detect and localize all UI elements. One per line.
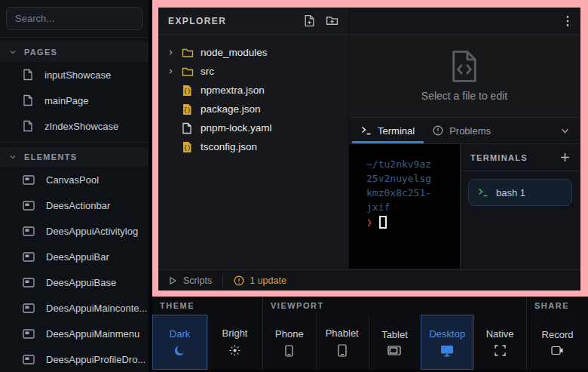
viewport-phone-button[interactable]: Phone bbox=[263, 315, 316, 370]
sidebar-item-label: zIndexShowcase bbox=[44, 121, 118, 132]
button-label: Bright bbox=[222, 327, 248, 339]
element-icon bbox=[23, 252, 35, 262]
viewport-native-button[interactable]: Native bbox=[473, 315, 526, 370]
properties-toolbar: THEME Dark Bright VIEWPORT Phone bbox=[152, 297, 588, 370]
file-icon bbox=[182, 122, 192, 134]
tree-item-npmextra-json[interactable]: {) npmextra.json bbox=[158, 81, 348, 100]
button-label: Desktop bbox=[429, 328, 465, 340]
svg-text:{): {) bbox=[183, 106, 191, 113]
element-icon bbox=[23, 303, 35, 313]
scripts-button[interactable]: Scripts bbox=[168, 275, 212, 286]
tree-item-tsconfig-json[interactable]: {) tsconfig.json bbox=[158, 137, 348, 156]
sidebar-item-deesappuiactivitylog[interactable]: DeesAppuiActivitylog bbox=[0, 218, 149, 244]
terminals-panel: TERMINALS bash 1 bbox=[460, 144, 580, 269]
update-label: 1 update bbox=[250, 275, 286, 286]
phablet-icon bbox=[338, 344, 347, 357]
sidebar-item-deesappuiprofiledropdown[interactable]: DeesAppuiProfileDro... bbox=[0, 346, 149, 372]
kebab-menu-icon[interactable] bbox=[566, 15, 569, 27]
page-icon bbox=[23, 94, 33, 106]
update-notice[interactable]: 1 update bbox=[234, 275, 286, 286]
tablet-icon bbox=[387, 346, 401, 355]
preview-canvas: EXPLORER node_modules bbox=[152, 0, 588, 297]
ide-statusbar: Scripts 1 update bbox=[158, 269, 580, 291]
sidebar-item-deesappuibase[interactable]: DeesAppuiBase bbox=[0, 269, 149, 295]
theme-dark-button[interactable]: Dark bbox=[152, 315, 207, 370]
new-folder-icon[interactable] bbox=[326, 14, 338, 27]
tree-item-node-modules[interactable]: node_modules bbox=[158, 43, 348, 62]
plus-icon[interactable] bbox=[560, 152, 570, 162]
sidebar-item-canvaspool[interactable]: CanvasPool bbox=[0, 167, 149, 192]
folder-icon bbox=[182, 66, 194, 77]
sidebar-item-inputshowcase[interactable]: inputShowcase bbox=[0, 62, 149, 88]
sidebar-item-zindexshowcase[interactable]: zIndexShowcase bbox=[0, 113, 149, 139]
sun-icon bbox=[228, 344, 241, 357]
button-label: Dark bbox=[170, 328, 190, 340]
tree-item-label: src bbox=[201, 66, 214, 77]
viewport-desktop-button[interactable]: Desktop bbox=[421, 315, 473, 370]
sidebar-item-label: DeesAppuiMainconte... bbox=[46, 303, 147, 314]
viewport-tablet-button[interactable]: Tablet bbox=[369, 315, 421, 370]
section-header-elements[interactable]: ELEMENTS bbox=[0, 147, 149, 167]
sidebar-item-deesappuimainmenu[interactable]: DeesAppuiMainmenu bbox=[0, 321, 149, 346]
ide-widget: EXPLORER node_modules bbox=[158, 8, 580, 291]
search-input[interactable] bbox=[6, 7, 142, 30]
json-file-icon: {) bbox=[182, 85, 192, 97]
terminal-line: 25v2nuyelsg bbox=[366, 171, 460, 186]
tab-problems[interactable]: Problems bbox=[424, 118, 500, 143]
chevron-right-icon bbox=[167, 49, 174, 56]
sidebar-item-label: mainPage bbox=[44, 95, 89, 106]
sidebar-item-deesappuimaincontent[interactable]: DeesAppuiMainconte... bbox=[0, 295, 149, 321]
toolbar-group-title: THEME bbox=[152, 297, 262, 315]
sidebar-item-deesappuibar[interactable]: DeesAppuiBar bbox=[0, 244, 149, 269]
page-icon bbox=[23, 69, 33, 81]
terminal-session-bash1[interactable]: bash 1 bbox=[468, 179, 572, 206]
scripts-label: Scripts bbox=[183, 275, 212, 286]
terminal-prompt-icon bbox=[361, 126, 372, 135]
button-label: Native bbox=[486, 328, 514, 340]
tree-item-pnpm-lock-yaml[interactable]: pnpm-lock.yaml bbox=[158, 118, 348, 137]
tree-item-src[interactable]: src bbox=[158, 62, 348, 81]
explorer-title: EXPLORER bbox=[168, 16, 226, 26]
button-label: Tablet bbox=[381, 329, 408, 340]
file-tree: node_modules src {) npmextra.json bbox=[158, 35, 348, 156]
terminal-prompt-line: ❯ bbox=[366, 215, 460, 229]
viewport-phablet-button[interactable]: Phablet bbox=[316, 315, 369, 370]
sidebar: PAGES inputShowcase mainPage zIndexShowc… bbox=[0, 0, 149, 372]
element-icon bbox=[23, 329, 35, 339]
share-record-button[interactable]: Record bbox=[527, 315, 588, 370]
terminal-line: ~/tu2nkv9az bbox=[366, 157, 460, 171]
play-icon bbox=[168, 276, 177, 285]
sidebar-item-label: DeesAppuiBar bbox=[46, 251, 109, 263]
desktop-icon bbox=[440, 345, 454, 357]
update-alert-icon bbox=[234, 275, 244, 286]
problems-icon bbox=[433, 125, 443, 136]
new-file-icon[interactable] bbox=[303, 14, 316, 27]
record-camera-icon bbox=[551, 346, 564, 355]
moon-icon bbox=[174, 345, 186, 357]
file-code-icon bbox=[449, 50, 480, 83]
editor-empty-message: Select a file to edit bbox=[421, 90, 507, 102]
tab-terminal[interactable]: Terminal bbox=[352, 118, 424, 143]
theme-bright-button[interactable]: Bright bbox=[207, 315, 262, 370]
tree-item-label: tsconfig.json bbox=[201, 141, 257, 152]
toolbar-group-title: SHARE bbox=[527, 297, 588, 315]
editor-column: Select a file to edit Terminal Problems bbox=[349, 8, 580, 269]
section-header-pages[interactable]: PAGES bbox=[0, 42, 149, 62]
chevron-down-icon[interactable] bbox=[560, 126, 570, 136]
explorer-panel: EXPLORER node_modules bbox=[158, 8, 349, 269]
tree-item-package-json[interactable]: {) package.json bbox=[158, 100, 348, 118]
statusbar-divider bbox=[222, 275, 223, 287]
tree-item-label: npmextra.json bbox=[201, 85, 265, 96]
terminal-line: jxif bbox=[366, 200, 460, 214]
editor-topbar bbox=[349, 8, 580, 35]
sidebar-item-deesactionbar[interactable]: DeesActionbar bbox=[0, 192, 149, 218]
button-label: Phablet bbox=[326, 327, 359, 339]
sidebar-divider bbox=[0, 37, 149, 38]
sidebar-divider bbox=[0, 142, 149, 143]
sidebar-item-label: CanvasPool bbox=[46, 174, 99, 186]
terminal-output[interactable]: ~/tu2nkv9az 25v2nuyelsg kmz0x8c251- jxif… bbox=[349, 144, 460, 269]
sidebar-item-mainpage[interactable]: mainPage bbox=[0, 88, 149, 113]
button-label: Phone bbox=[275, 328, 304, 340]
sidebar-item-label: DeesAppuiBase bbox=[46, 277, 116, 288]
section-label: ELEMENTS bbox=[24, 152, 77, 161]
